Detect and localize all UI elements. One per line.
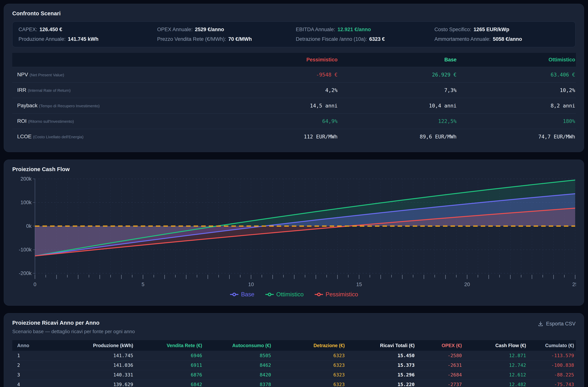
ricavi-row-2: 2141.03669118462632315.373-263112.742-10… [12,360,576,370]
metric-value: 8,2 anni [457,98,576,113]
ricavi-cell: 6842 [135,380,204,387]
ricavi-cell: 8420 [204,370,273,380]
ricavi-cell: 141.036 [44,360,135,370]
kpi-label: Prezzo Vendita Rete (€/MWh): [157,36,226,42]
kpi-label: Detrazione Fiscale /anno (10a): [296,36,367,42]
metric-label: LCOE(Costo Livellato dell'Energia) [12,129,220,144]
kpi-ammortamento-annuale: Ammortamento Annuale:5058 €/anno [434,36,569,42]
ricavi-cell: 12.612 [464,370,528,380]
ricavi-cell: -113.579 [528,351,576,360]
legend-label: Base [241,291,254,298]
ricavi-cell: 8378 [204,380,273,387]
ricavi-table: AnnoProduzione (kWh)Vendita Rete (€)Auto… [12,340,576,387]
kpi-costo-specifico: Costo Specifico:1265 EUR/kWp [434,27,569,33]
ricavi-cell: -75.743 [528,380,576,387]
svg-text:20: 20 [464,282,470,287]
metric-value: 7,3% [338,82,457,98]
download-icon [538,321,544,327]
cashflow-chart: 200k100k0k-100k-200k0510152025 [12,174,576,289]
svg-text:25: 25 [572,282,576,287]
scenario-table: PessimisticoBaseOttimistico NPV(Net Pres… [12,53,576,144]
export-csv-button[interactable]: Esporta CSV [538,321,576,327]
ricavi-titles: Proiezione Ricavi Anno per Anno Scenario… [12,320,135,334]
scenari-title: Confronto Scenari [12,10,576,17]
svg-text:10: 10 [248,282,254,287]
kpi-label: CAPEX: [19,27,37,33]
kpi-prezzo-vendita-rete: Prezzo Vendita Rete (€/MWh):70 €/MWh [157,36,292,42]
ricavi-row-3: 3140.33168768420632315.296-268412.612-88… [12,370,576,380]
scenario-row-irr: IRR(Internal Rate of Return)4,2%7,3%10,2… [12,82,576,98]
ricavi-row-4: 4139.62968428378632315.220-273712.482-75… [12,380,576,387]
legend-item-ottimistico[interactable]: Ottimistico [265,291,304,298]
scenario-col-empty [12,53,220,67]
ricavi-cell: -100.838 [528,360,576,370]
cashflow-title: Proiezione Cash Flow [12,166,576,172]
metric-value: 10,2% [457,82,576,98]
metric-value: 64,9% [220,113,338,129]
kpi-ebitda-annuale: EBITDA Annuale:12.921 €/anno [296,27,431,33]
metric-value: 14,5 anni [220,98,338,113]
kpi-label: Produzione Annuale: [19,36,65,42]
svg-text:100k: 100k [21,200,32,205]
scenario-row-lcoe: LCOE(Costo Livellato dell'Energia)112 EU… [12,129,576,144]
scenario-row-payback: Payback(Tempo di Recupero Investimento)1… [12,98,576,113]
ricavi-subtitle: Scenario base — dettaglio ricavi per fon… [12,329,135,334]
legend-item-pessimistico[interactable]: Pessimistico [314,291,358,298]
ricavi-cell: 12.742 [464,360,528,370]
legend-marker-icon [230,292,239,297]
ricavi-col-opex: OPEX (€) [417,340,464,351]
kpi-label: OPEX Annuale: [157,27,193,33]
scenario-col-pessimistico: Pessimistico [220,53,338,67]
metric-value: 4,2% [220,82,338,98]
kpi-detrazione-fiscale: Detrazione Fiscale /anno (10a):6323 € [296,36,431,42]
kpi-opex-annuale: OPEX Annuale:2529 €/anno [157,27,292,33]
dashboard: Confronto Scenari CAPEX:126.450 €OPEX An… [0,0,588,387]
kpi-label: Ammortamento Annuale: [434,36,490,42]
kpi-value: 5058 €/anno [493,36,522,42]
ricavi-cell: 6323 [273,351,347,360]
ricavi-cell: 2 [12,360,44,370]
ricavi-cell: 1 [12,351,44,360]
ricavi-cell: 8462 [204,360,273,370]
kpi-value: 141.745 kWh [68,36,98,42]
legend-marker-icon [265,292,274,297]
cashflow-chart-area: 200k100k0k-100k-200k0510152025 [12,174,576,290]
ricavi-cell: -2684 [417,370,464,380]
kpi-summary: CAPEX:126.450 €OPEX Annuale:2529 €/annoE… [12,21,576,47]
svg-text:200k: 200k [21,176,32,182]
chart-legend: BaseOttimisticoPessimistico [12,291,576,298]
kpi-label: EBITDA Annuale: [296,27,335,33]
metric-value: 74,7 EUR/MWh [457,129,576,144]
svg-text:0k: 0k [26,223,32,229]
metric-label: IRR(Internal Rate of Return) [12,82,220,98]
ricavi-cell: 141.745 [44,351,135,360]
kpi-value: 1265 EUR/kWp [474,27,509,33]
ricavi-cell: 8505 [204,351,273,360]
ricavi-cell: 6323 [273,370,347,380]
metric-value: 122,5% [338,113,457,129]
card-ricavi: Proiezione Ricavi Anno per Anno Scenario… [4,313,584,387]
metric-value: -9548 € [220,67,338,82]
ricavi-cell: 3 [12,370,44,380]
legend-item-base[interactable]: Base [230,291,254,298]
metric-value: 63.406 € [457,67,576,82]
metric-label: Payback(Tempo di Recupero Investimento) [12,98,220,113]
svg-text:15: 15 [356,282,362,287]
ricavi-col-produzione-kwh: Produzione (kWh) [44,340,135,351]
export-csv-label: Esporta CSV [546,321,576,327]
metric-value: 89,6 EUR/MWh [338,129,457,144]
ricavi-cell: 6876 [135,370,204,380]
scenario-col-ottimistico: Ottimistico [457,53,576,67]
kpi-label: Costo Specifico: [434,27,471,33]
ricavi-cell: -2631 [417,360,464,370]
scenario-col-base: Base [338,53,457,67]
ricavi-header: Proiezione Ricavi Anno per Anno Scenario… [12,320,576,334]
ricavi-cell: 15.450 [347,351,417,360]
ricavi-col-autoconsumo: Autoconsumo (€) [204,340,273,351]
ricavi-row-1: 1141.74569468505632315.450-258012.871-11… [12,351,576,360]
ricavi-col-cumulato: Cumulato (€) [528,340,576,351]
legend-label: Pessimistico [326,291,358,298]
svg-text:5: 5 [142,282,144,287]
kpi-capex: CAPEX:126.450 € [19,27,153,33]
metric-label: NPV(Net Present Value) [12,67,220,82]
